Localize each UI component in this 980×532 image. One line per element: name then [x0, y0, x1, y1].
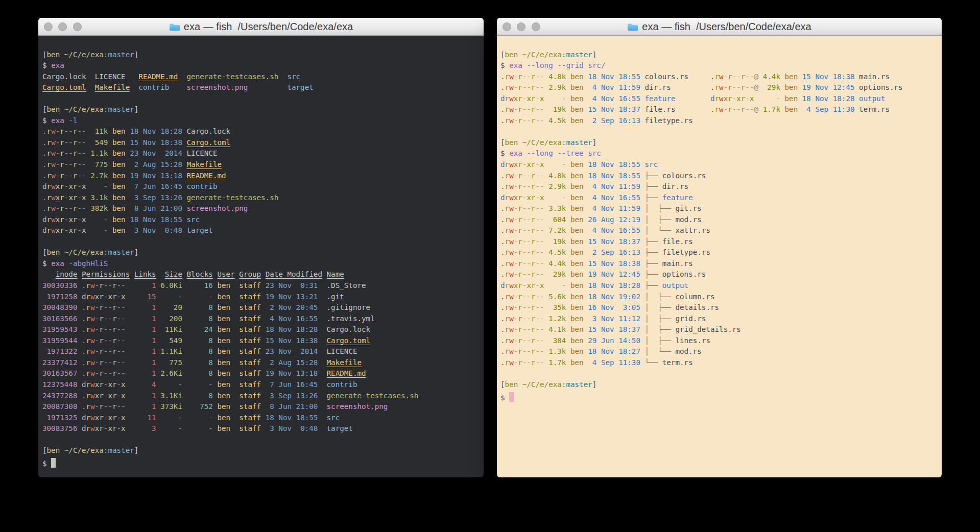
terminal-line: 24377288 .rwxr-xr-x 1 3.1Ki 8 ben staff …	[42, 391, 484, 402]
text-run: x	[527, 160, 531, 168]
text-run: .	[82, 392, 86, 400]
text-run	[584, 105, 588, 113]
text-run: r	[73, 138, 78, 147]
text-run: ben ~/C/e/exa	[47, 105, 104, 113]
text-run: Cargo.lock	[42, 72, 86, 81]
terminal-screen-light[interactable]: [ben ~/C/e/exa:master]$ exa --long --gri…	[497, 36, 942, 477]
text-run	[230, 414, 239, 422]
text-run: r	[518, 94, 522, 103]
text-run	[86, 160, 91, 168]
text-run: :master	[562, 138, 592, 147]
text-run: w	[51, 194, 56, 202]
text-run	[780, 105, 785, 113]
text-run: --	[117, 369, 126, 377]
text-run: r	[99, 402, 104, 410]
text-run: 8	[187, 392, 213, 400]
terminal-line: .rw-r--r-- 382k ben 8 Jun 21:00 screensh…	[42, 203, 484, 214]
text-run	[566, 303, 570, 311]
text-run: w	[509, 259, 514, 268]
text-run: .	[82, 358, 86, 367]
text-run: ]	[592, 380, 597, 389]
text-run: 1.7k	[548, 358, 566, 367]
terminal-line: drwxr-xr-x - ben 18 Nov 18:55 src	[500, 159, 942, 171]
text-run	[584, 336, 588, 345]
text-run: dir.rs	[645, 83, 671, 91]
text-run: -	[514, 315, 518, 323]
text-run: --	[522, 182, 531, 190]
terminal-line: .rw-r--r-- 549 ben 15 Nov 18:38 Cargo.to…	[42, 137, 484, 149]
terminal-line: drwxr-xr-x - ben 18 Nov 18:55 src	[42, 214, 484, 226]
text-run: r	[505, 237, 510, 246]
text-run: staff	[239, 281, 261, 289]
terminal-line	[42, 38, 484, 50]
text-run: r	[531, 293, 536, 301]
text-run: r	[73, 127, 78, 135]
text-run	[156, 380, 161, 389]
text-run: x	[121, 424, 126, 432]
text-run: 2.9k	[548, 83, 566, 91]
text-run	[261, 414, 266, 422]
text-run: 18 Nov 19:02	[588, 293, 640, 301]
text-run: 8	[187, 358, 213, 367]
text-run: w	[51, 204, 56, 212]
text-run: r	[505, 160, 510, 168]
text-run: x	[56, 182, 60, 190]
titlebar[interactable]: exa — fish /Users/ben/Code/exa/exa	[497, 18, 942, 36]
text-run: r	[505, 72, 510, 81]
text-run: .	[710, 72, 715, 81]
text-run: Makefile	[187, 160, 222, 168]
text-run	[182, 149, 187, 157]
text-run: .	[500, 237, 505, 246]
text-run: 4.4k	[763, 72, 780, 81]
text-run: .	[82, 281, 86, 289]
text-run	[126, 336, 134, 345]
text-run: 20087308	[42, 402, 77, 410]
text-run: w	[719, 83, 724, 91]
text-run: ben	[570, 259, 584, 268]
text-run: -	[78, 226, 82, 234]
text-run	[544, 226, 549, 234]
text-run: 4 Nov 11:59	[588, 83, 640, 91]
text-run: --	[522, 172, 531, 180]
text-run: ben	[217, 347, 230, 355]
text-run: r	[99, 347, 104, 355]
text-run: w	[509, 83, 514, 91]
text-run: -	[95, 315, 100, 323]
text-run: w	[51, 226, 56, 234]
text-run: ben	[112, 204, 126, 212]
text-run: screenshot.png	[187, 83, 248, 91]
terminal-line: .rw-r--r-- 775 ben 2 Aug 15:28 Makefile	[42, 159, 484, 171]
titlebar[interactable]: exa — fish /Users/ben/Code/exa/exa	[38, 18, 484, 36]
text-run: x	[68, 182, 73, 190]
text-run: -	[514, 215, 518, 224]
text-run: -	[95, 303, 100, 311]
text-run: --	[536, 105, 544, 113]
text-run: w	[51, 182, 56, 190]
terminal-line: [ben ~/C/e/exa:master]	[42, 445, 484, 456]
text-run: --	[536, 248, 544, 256]
text-run: src	[645, 160, 658, 168]
text-run: x	[68, 226, 73, 234]
text-run: @	[754, 105, 759, 113]
text-run: 4.8k	[548, 72, 566, 81]
text-run: 3 Nov 11:12	[588, 315, 640, 323]
terminal-screen-dark[interactable]: [ben ~/C/e/exa:master]$ exaCargo.lock LI…	[38, 36, 484, 477]
text-run: --	[536, 259, 544, 268]
text-run	[584, 293, 588, 301]
text-run: r	[112, 369, 117, 377]
terminal-window-dark[interactable]: exa — fish /Users/ben/Code/exa/exa [ben …	[38, 18, 484, 477]
text-run	[126, 138, 130, 147]
text-run: r	[531, 315, 536, 323]
text-run	[640, 336, 645, 345]
text-run	[156, 325, 161, 333]
terminal-window-light[interactable]: exa — fish /Users/ben/Code/exa/exa [ben …	[497, 18, 942, 477]
text-run: --	[78, 138, 86, 147]
text-run: r	[518, 160, 522, 168]
text-run	[261, 402, 266, 410]
text-run	[758, 83, 763, 91]
text-run: .	[82, 336, 86, 345]
text-run	[640, 83, 645, 91]
text-run: 15 Nov 18:38	[802, 72, 855, 81]
text-run: 23 Nov 2014	[266, 347, 318, 355]
text-run: 30048390	[42, 303, 77, 311]
